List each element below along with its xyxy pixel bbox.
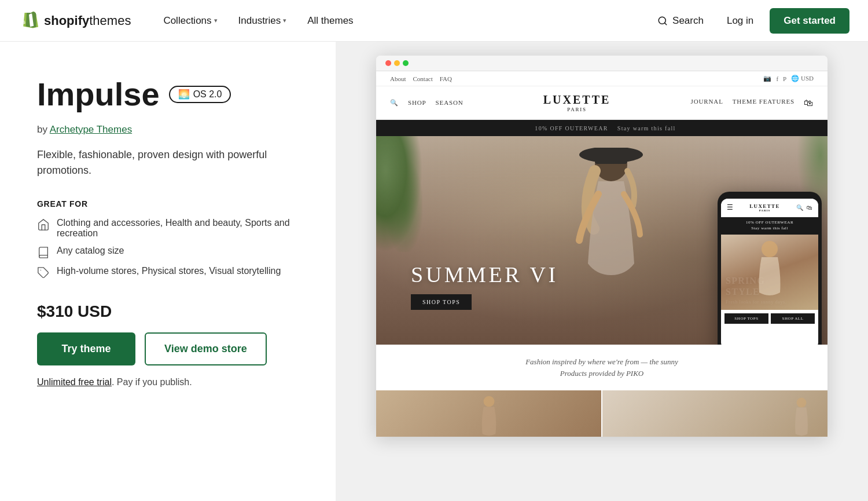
svg-point-8 xyxy=(483,396,494,407)
svg-point-7 xyxy=(762,241,778,257)
site-nav: 🔍 SHOP SEASON LUXETTEPARIS JOURNAL THEME… xyxy=(376,86,827,120)
plant-left-decoration xyxy=(376,136,422,252)
hero-figure-icon xyxy=(547,148,675,345)
navbar: S shopifythemes Collections ▾ Industries… xyxy=(0,0,868,42)
mobile-cta-area: SHOP TOPS SHOP ALL xyxy=(721,310,818,327)
author-line: by Archetype Themes xyxy=(37,124,303,136)
cart-icon: 🛍 xyxy=(804,98,814,108)
site-preview: About Contact FAQ 📷 f P 🌐 USD 🔍 xyxy=(376,71,827,437)
shopify-logo-icon: S xyxy=(19,10,39,31)
theme-description: Flexible, fashionable, proven design wit… xyxy=(37,147,292,178)
mobile-cart-icon: 🛍 xyxy=(807,204,812,211)
great-for-section: GREAT FOR Clothing and accessories, Heal… xyxy=(37,199,303,279)
logo[interactable]: S shopifythemes xyxy=(19,10,131,31)
site-bottom-grid xyxy=(376,390,827,437)
browser-dot-red xyxy=(385,60,391,66)
main-content: Impulse 🌅 OS 2.0 by Archetype Themes Fle… xyxy=(0,42,868,501)
industries-chevron-icon: ▾ xyxy=(283,17,286,24)
free-trial-note: Unlimited free trial. Pay if you publish… xyxy=(37,377,303,387)
preview-container: About Contact FAQ 📷 f P 🌐 USD 🔍 xyxy=(376,56,827,437)
grid-item-2 xyxy=(602,390,827,437)
os-badge: 🌅 OS 2.0 xyxy=(169,86,231,103)
theme-price: $310 USD xyxy=(37,302,303,321)
mobile-screen: ☰ LUXETTEPARIS 🔍 🛍 10% OFF OUTERWEAR Sta… xyxy=(721,199,818,345)
mobile-hero: SPRINGSTYLE Fresh looks for sunny days. xyxy=(721,235,818,310)
grid-figure-2 xyxy=(787,396,816,437)
get-started-button[interactable]: Get started xyxy=(770,8,849,34)
mobile-search-icon: 🔍 xyxy=(796,204,803,211)
theme-title: Impulse 🌅 OS 2.0 xyxy=(37,76,303,112)
hero-headline: SUMMER VI xyxy=(411,262,558,287)
browser-dot-green xyxy=(403,60,409,66)
mobile-icons: 🔍 🛍 xyxy=(796,204,812,211)
mobile-mockup: ☰ LUXETTEPARIS 🔍 🛍 10% OFF OUTERWEAR Sta… xyxy=(718,192,822,345)
mobile-header: ☰ LUXETTEPARIS 🔍 🛍 xyxy=(721,199,818,217)
site-banner: 10% OFF OUTERWEAR Stay warm this fall xyxy=(376,120,827,136)
free-trial-link[interactable]: Unlimited free trial xyxy=(37,377,112,387)
all-themes-nav[interactable]: All themes xyxy=(298,10,362,31)
site-caption: Fashion inspired by where we're from — t… xyxy=(376,345,827,383)
site-topbar-social: 📷 f P 🌐 USD xyxy=(763,75,814,82)
logo-text: shopifythemes xyxy=(44,13,131,28)
browser-dots xyxy=(385,60,409,66)
mobile-shop-tops-button[interactable]: SHOP TOPS xyxy=(724,313,768,324)
collections-chevron-icon: ▾ xyxy=(214,17,218,24)
browser-dot-yellow xyxy=(394,60,400,66)
nav-right: Search Log in Get started xyxy=(650,8,849,34)
mobile-menu-icon: ☰ xyxy=(727,203,733,212)
svg-rect-6 xyxy=(595,148,627,164)
svg-text:S: S xyxy=(23,19,25,24)
search-button[interactable]: Search xyxy=(650,10,711,31)
great-for-label: GREAT FOR xyxy=(37,199,303,209)
mobile-hero-figure xyxy=(746,240,793,310)
try-theme-button[interactable]: Try theme xyxy=(37,332,135,365)
login-button[interactable]: Log in xyxy=(720,10,760,31)
mobile-logo: LUXETTEPARIS xyxy=(749,203,779,212)
industries-nav[interactable]: Industries ▾ xyxy=(229,10,296,31)
browser-chrome xyxy=(376,56,827,71)
svg-line-2 xyxy=(665,23,667,24)
mobile-shop-all-button[interactable]: SHOP ALL xyxy=(771,313,815,324)
great-for-item-1: Clothing and accessories, Health and bea… xyxy=(37,218,303,239)
site-nav-right: JOURNAL THEME FEATURES 🛍 xyxy=(690,98,814,108)
hero-text-block: SUMMER VI SHOP TOPS xyxy=(411,262,558,310)
book-icon xyxy=(37,246,50,259)
grid-figure-1 xyxy=(472,393,506,437)
collections-nav[interactable]: Collections ▾ xyxy=(154,10,226,31)
great-for-list: Clothing and accessories, Health and bea… xyxy=(37,218,303,279)
cta-buttons: Try theme View demo store xyxy=(37,332,303,365)
os-badge-icon: 🌅 xyxy=(178,89,190,100)
great-for-item-3: High-volume stores, Physical stores, Vis… xyxy=(37,266,303,279)
tag-icon xyxy=(37,266,50,279)
great-for-item-2: Any catalog size xyxy=(37,246,303,259)
site-nav-left: 🔍 SHOP SEASON xyxy=(390,99,464,107)
mobile-banner: 10% OFF OUTERWEAR Stay warm this fall xyxy=(721,217,818,235)
hero-cta-button[interactable]: SHOP TOPS xyxy=(411,294,472,310)
site-hero: SUMMER VI SHOP TOPS ☰ LUXETTEPARIS 🔍 🛍 xyxy=(376,136,827,345)
grid-item-1 xyxy=(376,390,601,437)
search-nav-icon: 🔍 xyxy=(390,99,399,107)
left-panel: Impulse 🌅 OS 2.0 by Archetype Themes Fle… xyxy=(0,42,336,501)
site-logo: LUXETTEPARIS xyxy=(543,93,611,112)
view-demo-button[interactable]: View demo store xyxy=(145,332,267,365)
search-icon xyxy=(657,16,668,26)
site-topbar-links: About Contact FAQ xyxy=(390,75,452,82)
svg-point-9 xyxy=(797,398,807,408)
right-panel: About Contact FAQ 📷 f P 🌐 USD 🔍 xyxy=(336,42,868,501)
author-link[interactable]: Archetype Themes xyxy=(50,124,132,135)
site-topbar: About Contact FAQ 📷 f P 🌐 USD xyxy=(376,71,827,86)
store-icon xyxy=(37,218,50,231)
nav-links: Collections ▾ Industries ▾ All themes xyxy=(154,10,650,31)
